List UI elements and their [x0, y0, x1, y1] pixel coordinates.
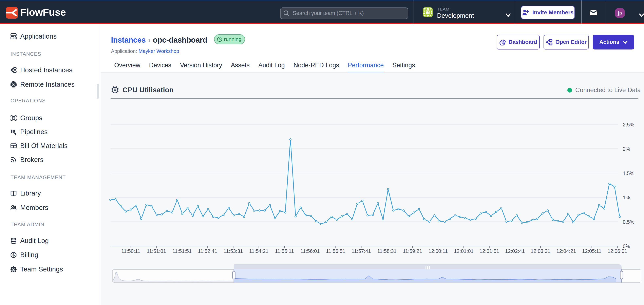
svg-text:$: $ [12, 253, 15, 257]
